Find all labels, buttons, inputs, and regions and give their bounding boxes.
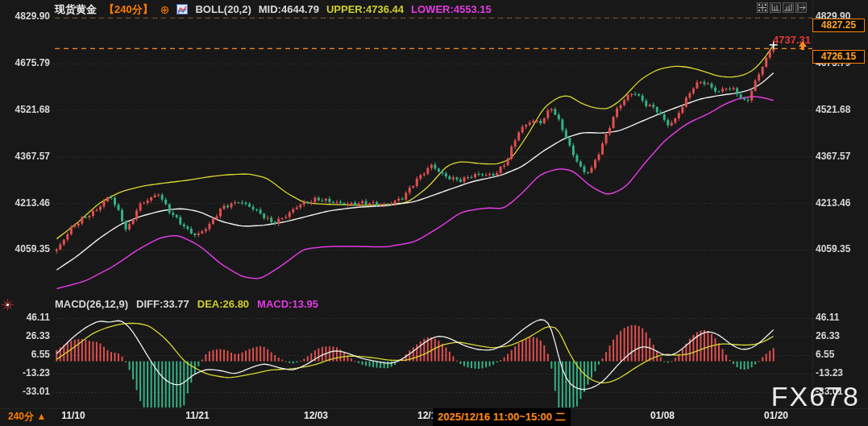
price-axis-label: 4367.57 bbox=[0, 151, 50, 162]
macd-axis-label: 6.55 bbox=[816, 349, 834, 360]
macd-diff-value: DIFF:33.77 bbox=[136, 298, 189, 310]
macd-indicator-label: MACD(26,12,9) bbox=[55, 298, 128, 310]
chart-header: 现货黄金 【240分】 ⊕ BOLL(20,2) MID:4644.79 UPP… bbox=[55, 2, 492, 16]
fx678-watermark: FX678 bbox=[771, 381, 860, 412]
macd-axis-label: 26.33 bbox=[816, 330, 840, 341]
macd-dea-value: DEA:26.80 bbox=[197, 298, 249, 310]
macd-axis-label: -33.01 bbox=[0, 386, 50, 397]
scale-right-axis-icon[interactable] bbox=[783, 2, 794, 13]
time-axis: 240分 ▲ 11/10 11/21 12/03 12/1 01/08 01/2… bbox=[0, 410, 868, 424]
price-alert-arrow-icon[interactable] bbox=[796, 39, 809, 56]
price-axis-label: 4521.68 bbox=[816, 104, 850, 115]
date-tick: 01/08 bbox=[650, 410, 675, 421]
price-axis-label: 4675.79 bbox=[0, 57, 50, 68]
macd-axis-label: -13.23 bbox=[0, 367, 50, 378]
price-axis-label: 4367.57 bbox=[816, 151, 850, 162]
last-price-box: 4726.15 bbox=[812, 50, 865, 64]
target-crosshair-icon[interactable]: ⊕ bbox=[160, 3, 170, 16]
scale-left-axis-icon[interactable] bbox=[770, 2, 781, 13]
date-tick: 11/10 bbox=[61, 410, 85, 421]
macd-header: MACD(26,12,9) DIFF:33.77 DEA:26.80 MACD:… bbox=[55, 298, 318, 310]
price-axis-label: 4213.46 bbox=[0, 197, 50, 209]
mini-chart-icon[interactable] bbox=[177, 4, 188, 14]
macd-axis-label: 26.33 bbox=[0, 330, 50, 341]
date-tick: 12/03 bbox=[304, 410, 328, 421]
symbol-name: 现货黄金 bbox=[55, 2, 97, 17]
macd-axis-label: -13.23 bbox=[816, 367, 843, 378]
boll-mid-value: MID:4644.79 bbox=[259, 3, 319, 15]
move-tool-icon[interactable] bbox=[757, 2, 768, 13]
alert-price-box: 4827.25 bbox=[812, 19, 865, 32]
macd-axis-label: 46.11 bbox=[816, 312, 839, 323]
boll-lower-value: LOWER:4553.15 bbox=[411, 3, 492, 15]
macd-value: MACD:13.95 bbox=[257, 298, 318, 310]
boll-upper-value: UPPER:4736.44 bbox=[326, 3, 404, 15]
price-axis-label: 4059.35 bbox=[816, 243, 850, 254]
crosshair-datetime-tooltip: 2025/12/16 11:00~15:00 二 bbox=[433, 408, 571, 426]
chart-toolbar bbox=[757, 2, 807, 13]
price-axis-label: 4059.35 bbox=[0, 243, 50, 254]
macd-axis-label: 6.55 bbox=[0, 349, 50, 360]
trading-chart-app: 现货黄金 【240分】 ⊕ BOLL(20,2) MID:4644.79 UPP… bbox=[0, 0, 868, 426]
macd-axis-label: 46.11 bbox=[0, 312, 50, 323]
price-axis-label: 4213.46 bbox=[816, 197, 850, 209]
date-tick: 11/21 bbox=[185, 410, 209, 421]
period-text: 240分 bbox=[8, 411, 34, 422]
boll-indicator-label: BOLL(20,2) bbox=[195, 3, 251, 15]
pan-right-icon[interactable] bbox=[795, 2, 807, 13]
price-axis-label: 4521.68 bbox=[0, 104, 50, 115]
period-indicator[interactable]: 240分 ▲ bbox=[8, 410, 46, 424]
price-chart-canvas[interactable] bbox=[0, 0, 868, 426]
price-axis-label: 4829.90 bbox=[0, 10, 50, 22]
period-selector[interactable]: 【240分】 bbox=[104, 2, 153, 17]
period-up-arrow-icon: ▲ bbox=[36, 411, 46, 422]
